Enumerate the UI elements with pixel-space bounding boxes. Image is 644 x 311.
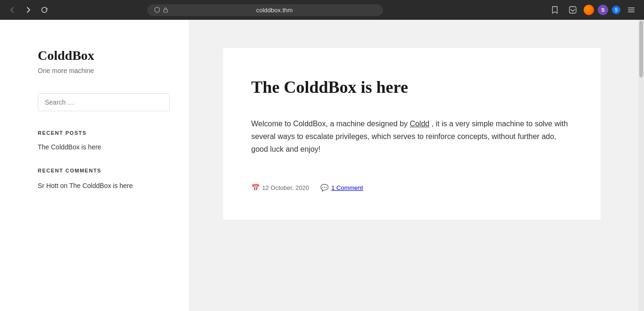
- bookmark-button[interactable]: [548, 4, 562, 16]
- post-body: Welcome to ColddBox, a machine designed …: [251, 117, 572, 156]
- recent-comments-section: RECENT COMMENTS Sr Hott on The ColddBox …: [38, 168, 170, 191]
- address-bar-container: colddbox.thm: [124, 4, 407, 16]
- comment-author: Sr Hott: [38, 182, 59, 189]
- address-bar-icons: [154, 7, 169, 13]
- menu-button[interactable]: [624, 4, 638, 16]
- notification-badge[interactable]: 9: [612, 6, 620, 14]
- scroll-track: [638, 20, 644, 311]
- lock-icon: [162, 7, 169, 13]
- recent-posts-title: RECENT POSTS: [38, 130, 170, 136]
- recent-comment: Sr Hott on The ColddBox is here: [38, 181, 170, 191]
- nav-buttons: [6, 4, 51, 16]
- site-title: ColddBox: [38, 48, 170, 63]
- post-card: The ColddBox is here Welcome to ColddBox…: [223, 48, 601, 220]
- svg-rect-4: [628, 12, 635, 13]
- post-date-item: 📅 12 October, 2020: [251, 184, 309, 191]
- page-wrapper: ColddBox One more machine RECENT POSTS T…: [0, 20, 644, 311]
- firefox-icon: [584, 5, 594, 15]
- recent-posts-section: RECENT POSTS The ColddBox is here: [38, 130, 170, 151]
- browser-toolbar-right: S 9: [548, 4, 638, 16]
- svg-rect-1: [569, 7, 576, 13]
- back-button[interactable]: [6, 4, 19, 16]
- comments-link[interactable]: 1 Comment: [331, 184, 363, 191]
- recent-comments-title: RECENT COMMENTS: [38, 168, 170, 173]
- comment-post-link[interactable]: The ColddBox is here: [69, 182, 133, 189]
- post-comments-item: 💬 1 Comment: [320, 184, 363, 191]
- reload-button[interactable]: [38, 4, 51, 16]
- svg-rect-3: [628, 9, 635, 10]
- coldd-link[interactable]: Coldd: [410, 120, 429, 128]
- pocket-button[interactable]: [566, 4, 580, 16]
- post-meta: 📅 12 October, 2020 💬 1 Comment: [251, 184, 572, 191]
- svg-rect-0: [164, 9, 167, 12]
- sidebar: ColddBox One more machine RECENT POSTS T…: [0, 20, 189, 311]
- url-text: colddbox.thm: [173, 7, 376, 14]
- calendar-icon: 📅: [251, 184, 259, 191]
- recent-post-link[interactable]: The ColddBox is here: [38, 143, 170, 151]
- search-input[interactable]: [38, 93, 170, 111]
- svg-rect-2: [628, 8, 635, 8]
- scroll-thumb[interactable]: [639, 21, 643, 77]
- post-title: The ColddBox is here: [251, 76, 572, 98]
- user-avatar[interactable]: S: [598, 5, 608, 15]
- comment-on: on: [60, 182, 69, 189]
- main-content: The ColddBox is here Welcome to ColddBox…: [189, 20, 644, 311]
- comment-icon: 💬: [320, 184, 328, 191]
- post-date: 12 October, 2020: [262, 184, 309, 191]
- browser-chrome: colddbox.thm S 9: [0, 0, 644, 20]
- shield-icon: [154, 7, 160, 13]
- address-bar[interactable]: colddbox.thm: [147, 4, 383, 16]
- site-tagline: One more machine: [38, 67, 170, 74]
- post-body-intro: Welcome to ColddBox, a machine designed …: [251, 120, 410, 128]
- forward-button[interactable]: [22, 4, 35, 16]
